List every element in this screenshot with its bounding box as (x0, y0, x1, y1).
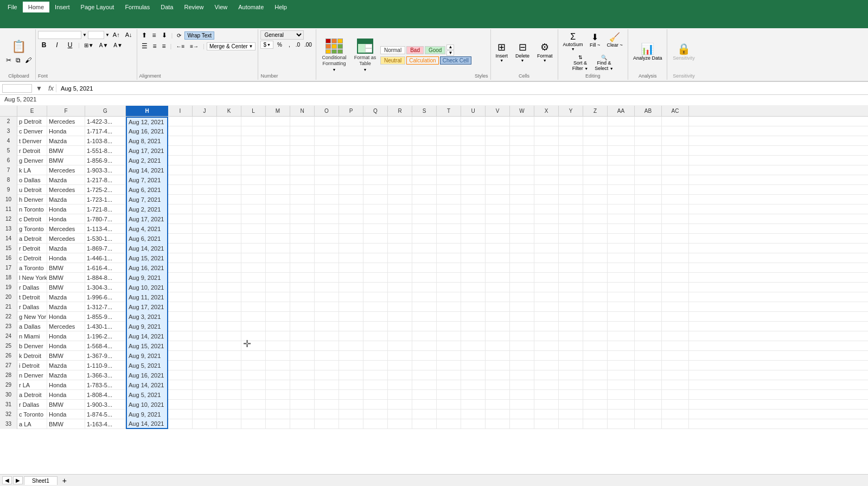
cell[interactable] (534, 156, 559, 165)
row-header[interactable]: 19 (0, 283, 17, 292)
cell[interactable] (510, 204, 534, 214)
cell[interactable] (168, 380, 193, 390)
cell[interactable] (339, 331, 363, 341)
cell[interactable] (363, 117, 388, 126)
cell[interactable] (339, 263, 363, 273)
col-header-e[interactable]: E (17, 106, 47, 116)
cell[interactable] (437, 341, 461, 351)
cell[interactable] (486, 175, 510, 185)
cell[interactable] (388, 273, 412, 283)
cell[interactable] (217, 341, 241, 351)
cell[interactable] (437, 273, 461, 283)
cell[interactable] (339, 175, 363, 185)
cell-h-selected[interactable]: Aug 7, 2021 (126, 195, 168, 204)
cell[interactable] (193, 224, 217, 234)
cell[interactable] (241, 351, 266, 361)
cell[interactable]: 1-103-8... (85, 136, 126, 146)
cell[interactable] (461, 312, 486, 322)
cell[interactable] (412, 214, 437, 224)
col-header-r[interactable]: R (388, 106, 412, 116)
cell[interactable] (315, 126, 339, 136)
cell[interactable] (290, 185, 315, 195)
cell[interactable] (290, 419, 315, 429)
cell-h-selected[interactable]: Aug 17, 2021 (126, 146, 168, 156)
normal-style-button[interactable]: Normal (380, 46, 405, 54)
cell[interactable] (363, 204, 388, 214)
cell[interactable] (510, 292, 534, 302)
cell[interactable] (217, 312, 241, 322)
cell[interactable] (339, 146, 363, 156)
cell[interactable] (534, 253, 559, 263)
cell[interactable] (510, 390, 534, 400)
cell[interactable] (168, 419, 193, 429)
cell[interactable] (437, 302, 461, 312)
cell[interactable] (339, 234, 363, 244)
delete-button[interactable]: ⊟ Delete ▼ (513, 40, 532, 64)
cell[interactable] (559, 341, 583, 351)
cell[interactable] (510, 322, 534, 331)
calculation-style-button[interactable]: Calculation (406, 56, 438, 65)
cell[interactable] (559, 292, 583, 302)
cell-h-selected[interactable]: Aug 12, 2021 (126, 117, 168, 126)
cell[interactable] (559, 117, 583, 126)
cell-h-selected[interactable]: Aug 9, 2021 (126, 273, 168, 283)
cell[interactable] (193, 302, 217, 312)
cell-h-selected[interactable]: Aug 17, 2021 (126, 302, 168, 312)
cell[interactable] (662, 380, 689, 390)
row-header[interactable]: 28 (0, 370, 17, 380)
cell[interactable] (290, 312, 315, 322)
row-header[interactable]: 16 (0, 253, 17, 263)
cell[interactable] (534, 204, 559, 214)
cell[interactable]: Honda (47, 390, 85, 400)
cell[interactable] (266, 156, 290, 165)
cell[interactable] (534, 410, 559, 419)
format-painter-button[interactable]: 🖌 (23, 55, 33, 65)
cell[interactable] (193, 126, 217, 136)
cell[interactable]: Mazda (47, 175, 85, 185)
cell[interactable] (635, 322, 662, 331)
cell[interactable] (559, 312, 583, 322)
cell[interactable] (339, 400, 363, 410)
cell-h-selected[interactable]: Aug 14, 2021 (126, 380, 168, 390)
cell[interactable]: 1-163-4... (85, 419, 126, 429)
cell[interactable] (217, 351, 241, 361)
cell[interactable] (217, 165, 241, 175)
cell[interactable] (193, 419, 217, 429)
cell[interactable] (412, 234, 437, 244)
cell[interactable] (662, 273, 689, 283)
cell[interactable] (339, 370, 363, 380)
cell[interactable] (510, 126, 534, 136)
cell[interactable] (461, 165, 486, 175)
font-name-input[interactable]: Calibri (38, 31, 81, 39)
col-header-q[interactable]: Q (363, 106, 388, 116)
cell[interactable] (635, 126, 662, 136)
cell[interactable] (510, 361, 534, 370)
cell[interactable] (437, 195, 461, 204)
cell[interactable] (241, 400, 266, 410)
cut-button[interactable]: ✂ (4, 55, 13, 65)
cell[interactable] (559, 185, 583, 195)
cell[interactable] (608, 146, 635, 156)
cell[interactable] (412, 341, 437, 351)
cell[interactable] (662, 204, 689, 214)
cell[interactable] (412, 244, 437, 253)
cell[interactable]: a Dallas (17, 322, 47, 331)
cell[interactable] (217, 117, 241, 126)
cell[interactable] (437, 419, 461, 429)
cell[interactable]: Mercedes (47, 185, 85, 195)
cell[interactable] (608, 214, 635, 224)
cell[interactable] (510, 253, 534, 263)
cell[interactable] (168, 214, 193, 224)
cell[interactable] (662, 195, 689, 204)
cell[interactable] (583, 419, 608, 429)
cell[interactable] (315, 117, 339, 126)
cell[interactable] (510, 410, 534, 419)
cell[interactable] (266, 283, 290, 292)
cell[interactable] (486, 253, 510, 263)
cell[interactable] (241, 361, 266, 370)
cell[interactable]: Honda (47, 253, 85, 263)
cell[interactable] (290, 410, 315, 419)
cell[interactable] (461, 400, 486, 410)
cell[interactable] (290, 156, 315, 165)
cell[interactable] (241, 126, 266, 136)
